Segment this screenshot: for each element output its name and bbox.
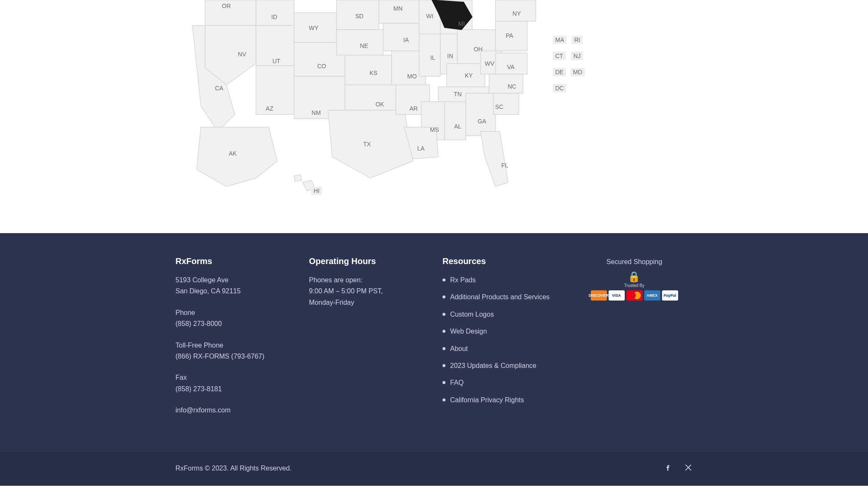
state-DE[interactable]: DE bbox=[553, 68, 566, 76]
state-OH[interactable]: OH bbox=[474, 46, 483, 53]
state-MI[interactable]: MI bbox=[458, 20, 465, 27]
state-DC[interactable]: DC bbox=[553, 84, 566, 92]
state-KS[interactable]: KS bbox=[370, 70, 378, 76]
state-MS[interactable]: MS bbox=[430, 126, 439, 133]
state-NM[interactable]: NM bbox=[312, 109, 321, 116]
footer-hours-column: Operating Hours Phones are open: 9:00 AM… bbox=[309, 256, 426, 426]
state-WV[interactable]: WV bbox=[485, 60, 495, 67]
us-map[interactable]: OR ID SD MN WI MI NY WY NE IA OH PA NV U… bbox=[184, 0, 684, 208]
resources-link[interactable]: Additional Products and Services bbox=[450, 293, 550, 301]
company-address-2: San Diego, CA 92115 bbox=[175, 286, 292, 297]
state-NE[interactable]: NE bbox=[360, 42, 368, 49]
state-TN[interactable]: TN bbox=[454, 91, 462, 97]
resources-link[interactable]: Rx Pads bbox=[450, 276, 476, 284]
secured-title: Secured Shopping bbox=[576, 256, 693, 267]
resources-link[interactable]: 2023 Updates & Compliance bbox=[450, 362, 537, 369]
fax-label: Fax bbox=[175, 372, 292, 383]
state-RI[interactable]: RI bbox=[572, 36, 583, 44]
state-SC[interactable]: SC bbox=[495, 103, 503, 110]
state-CT[interactable]: CT bbox=[553, 52, 566, 60]
resources-link[interactable]: Web Design bbox=[450, 328, 487, 335]
state-NJ[interactable]: NJ bbox=[571, 52, 583, 60]
amex-card-icon: AMEX bbox=[644, 290, 660, 301]
state-KY[interactable]: KY bbox=[465, 72, 473, 79]
footer-secured-column: Secured Shopping 🔒 Trusted By DISCOVER V… bbox=[576, 256, 693, 426]
state-MA[interactable]: MA bbox=[553, 36, 567, 44]
state-MD[interactable]: MD bbox=[570, 68, 585, 76]
x-twitter-icon[interactable] bbox=[684, 461, 693, 476]
state-LA[interactable]: LA bbox=[417, 145, 424, 152]
hours-line-1: Phones are open: bbox=[309, 275, 426, 286]
company-address-1: 5193 College Ave bbox=[175, 275, 292, 286]
resources-link[interactable]: FAQ bbox=[450, 379, 464, 386]
state-NC[interactable]: NC bbox=[508, 83, 516, 90]
state-OR[interactable]: OR bbox=[222, 3, 231, 9]
us-map-svg bbox=[184, 0, 684, 208]
fax-value: (858) 273-8181 bbox=[175, 384, 292, 395]
us-map-section: OR ID SD MN WI MI NY WY NE IA OH PA NV U… bbox=[0, 0, 868, 233]
payment-cards: DISCOVER VISA AMEX PayPal bbox=[576, 290, 693, 301]
state-VA[interactable]: VA bbox=[507, 64, 515, 70]
state-WI[interactable]: WI bbox=[426, 13, 433, 19]
state-IL[interactable]: IL bbox=[430, 54, 435, 61]
trust-badge[interactable]: 🔒 Trusted By bbox=[624, 271, 645, 288]
tollfree-link[interactable]: (866) RX-FORMS (793-6767) bbox=[175, 353, 264, 360]
state-IA[interactable]: IA bbox=[403, 36, 409, 43]
state-ID[interactable]: ID bbox=[271, 14, 277, 20]
tollfree-label: Toll-Free Phone bbox=[175, 340, 292, 351]
company-heading: RxForms bbox=[175, 256, 292, 266]
hours-line-3: Monday-Friday bbox=[309, 297, 426, 308]
resources-heading: Resources bbox=[442, 256, 559, 266]
email-link[interactable]: info@rxforms.com bbox=[175, 406, 231, 414]
state-AK[interactable]: AK bbox=[229, 150, 237, 157]
state-WY[interactable]: WY bbox=[309, 25, 319, 31]
state-NY[interactable]: NY bbox=[512, 10, 520, 17]
visa-card-icon: VISA bbox=[609, 290, 625, 301]
copyright-bar: RxForms © 2023. All Rights Reserved. bbox=[0, 452, 868, 486]
hours-heading: Operating Hours bbox=[309, 256, 426, 266]
state-AL[interactable]: AL bbox=[454, 123, 461, 130]
state-TX[interactable]: TX bbox=[363, 141, 371, 148]
state-AZ[interactable]: AZ bbox=[266, 105, 273, 112]
resources-link[interactable]: California Privacy Rights bbox=[450, 396, 524, 404]
state-IN[interactable]: IN bbox=[447, 53, 453, 59]
hours-line-2: 9:00 AM – 5:00 PM PST, bbox=[309, 286, 426, 297]
mastercard-icon bbox=[626, 290, 643, 301]
state-NV[interactable]: NV bbox=[238, 51, 246, 58]
site-footer: RxForms 5193 College Ave San Diego, CA 9… bbox=[0, 233, 868, 486]
state-MN[interactable]: MN bbox=[393, 5, 403, 12]
state-GA[interactable]: GA bbox=[478, 118, 486, 125]
footer-resources-column: Resources Rx Pads Additional Products an… bbox=[442, 256, 559, 426]
state-HI[interactable]: HI bbox=[311, 187, 322, 195]
resources-link[interactable]: About bbox=[450, 345, 468, 352]
phone-label: Phone bbox=[175, 307, 292, 318]
discover-card-icon: DISCOVER bbox=[591, 290, 607, 301]
state-OK[interactable]: OK bbox=[376, 101, 384, 108]
facebook-icon[interactable] bbox=[664, 461, 672, 476]
state-CA[interactable]: CA bbox=[215, 85, 223, 92]
copyright-text: RxForms © 2023. All Rights Reserved. bbox=[175, 463, 292, 474]
social-links bbox=[664, 461, 693, 476]
state-AR[interactable]: AR bbox=[409, 105, 417, 112]
resources-link[interactable]: Custom Logos bbox=[450, 311, 494, 318]
footer-company-column: RxForms 5193 College Ave San Diego, CA 9… bbox=[175, 256, 292, 426]
state-SD[interactable]: SD bbox=[355, 13, 363, 19]
phone-link[interactable]: (858) 273-8000 bbox=[175, 320, 222, 327]
state-CO[interactable]: CO bbox=[317, 63, 326, 70]
trusted-by-text: Trusted By bbox=[624, 283, 645, 288]
resources-list: Rx Pads Additional Products and Services… bbox=[442, 275, 559, 406]
lock-shield-icon: 🔒 bbox=[628, 271, 640, 283]
state-FL[interactable]: FL bbox=[501, 162, 508, 169]
state-MO[interactable]: MO bbox=[407, 73, 417, 80]
paypal-icon: PayPal bbox=[662, 290, 678, 301]
state-UT[interactable]: UT bbox=[273, 58, 281, 64]
state-PA[interactable]: PA bbox=[506, 32, 513, 39]
